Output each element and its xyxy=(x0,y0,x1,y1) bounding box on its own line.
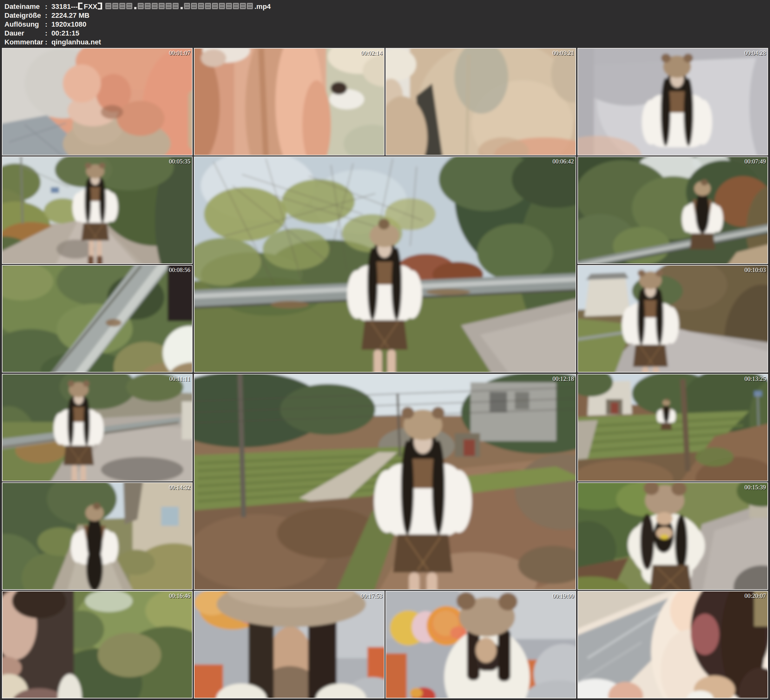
svg-text:00:16:46: 00:16:46 xyxy=(169,592,190,599)
svg-text:00:02:14: 00:02:14 xyxy=(361,50,382,56)
svg-text:00:05:35: 00:05:35 xyxy=(169,158,190,165)
svg-text:00:15:39: 00:15:39 xyxy=(744,484,766,491)
svg-text:Dauer: Dauer xyxy=(5,29,24,37)
svg-text:2224.27 MB: 2224.27 MB xyxy=(52,11,89,19)
svg-text::: : xyxy=(45,11,47,19)
svg-text:FXX: FXX xyxy=(84,3,97,10)
svg-text:00:08:56: 00:08:56 xyxy=(169,267,190,273)
svg-text::: : xyxy=(45,3,47,10)
svg-text:00:12:18: 00:12:18 xyxy=(552,375,574,382)
svg-text::: : xyxy=(45,20,47,28)
svg-text:Kommentar: Kommentar xyxy=(5,38,44,46)
svg-text:33181---: 33181--- xyxy=(52,3,78,10)
svg-text:00:11:11: 00:11:11 xyxy=(170,375,190,382)
svg-text:00:07:49: 00:07:49 xyxy=(744,158,766,165)
svg-text:Dateigröße: Dateigröße xyxy=(5,11,41,19)
svg-text:00:10:03: 00:10:03 xyxy=(744,267,766,273)
svg-text:00:06:42: 00:06:42 xyxy=(552,158,574,165)
svg-text:00:20:07: 00:20:07 xyxy=(744,592,766,599)
svg-text:00:01:07: 00:01:07 xyxy=(169,50,190,56)
svg-text:00:17:53: 00:17:53 xyxy=(361,592,382,599)
svg-text:00:14:32: 00:14:32 xyxy=(169,484,190,491)
svg-text:00:21:15: 00:21:15 xyxy=(52,29,79,37)
svg-text:.mp4: .mp4 xyxy=(254,3,271,10)
svg-text::: : xyxy=(45,29,47,37)
svg-text:00:13:25: 00:13:25 xyxy=(744,375,766,382)
svg-text:1920x1080: 1920x1080 xyxy=(52,20,86,28)
svg-text:Dateiname: Dateiname xyxy=(5,3,40,10)
svg-text:qinglanhua.net: qinglanhua.net xyxy=(52,38,101,46)
svg-text:Auflösung: Auflösung xyxy=(5,20,39,28)
svg-text:00:03:21: 00:03:21 xyxy=(552,50,574,56)
svg-text:00:04:28: 00:04:28 xyxy=(744,50,766,56)
svg-text::: : xyxy=(45,38,47,46)
svg-text:00:19:00: 00:19:00 xyxy=(552,592,574,599)
